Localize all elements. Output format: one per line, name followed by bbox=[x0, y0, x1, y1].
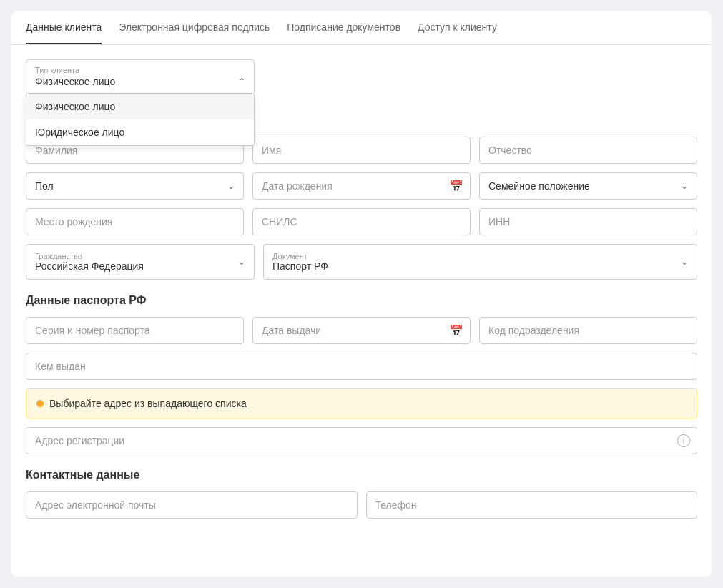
passport-section-title: Данные паспорта РФ bbox=[26, 294, 697, 307]
client-type-row: Тип клиента Физическое лицо ⌃ Физическое… bbox=[26, 59, 697, 94]
passport-row1: 📅 bbox=[26, 317, 697, 344]
tab-digital-signature[interactable]: Электронная цифровая подпись bbox=[119, 11, 270, 44]
gender-label: Пол bbox=[35, 180, 54, 192]
first-name-input[interactable] bbox=[252, 137, 471, 164]
phone-input[interactable] bbox=[366, 491, 698, 519]
passport-series-field bbox=[26, 317, 244, 344]
warning-text: Выбирайте адрес из выпадающего списка bbox=[49, 398, 247, 409]
issued-by-field bbox=[26, 353, 697, 380]
warning-dot-icon bbox=[36, 400, 44, 407]
client-type-menu: Физическое лицо Юридическое лицо bbox=[26, 94, 255, 146]
client-type-selected: Физическое лицо bbox=[35, 76, 115, 87]
citizenship-value: Российская Федерация bbox=[35, 260, 144, 272]
client-type-dropdown-container: Тип клиента Физическое лицо ⌃ Физическое… bbox=[26, 59, 255, 94]
citizenship-field-label: Гражданство bbox=[35, 252, 144, 260]
tabs-bar: Данные клиента Электронная цифровая подп… bbox=[11, 11, 712, 45]
chevron-up-icon: ⌃ bbox=[238, 77, 245, 87]
main-container: Данные клиента Электронная цифровая подп… bbox=[11, 11, 712, 577]
document-field: Документ Паспорт РФ ⌄ bbox=[263, 244, 697, 280]
birth-place-input[interactable] bbox=[26, 208, 244, 235]
dropdown-item-physical[interactable]: Физическое лицо bbox=[26, 94, 254, 119]
tab-sign-documents[interactable]: Подписание документов bbox=[287, 11, 400, 44]
gender-row: Пол ⌄ 📅 Семейное положение ⌄ bbox=[26, 172, 697, 200]
email-input[interactable] bbox=[26, 491, 358, 519]
inn-field bbox=[479, 208, 697, 235]
issued-by-input[interactable] bbox=[26, 353, 697, 380]
registration-address-input[interactable] bbox=[26, 427, 697, 454]
document-select[interactable]: Документ Паспорт РФ ⌄ bbox=[263, 244, 697, 280]
client-type-label: Тип клиента bbox=[35, 66, 245, 74]
birthplace-row bbox=[26, 208, 697, 235]
snils-field bbox=[252, 208, 471, 235]
issue-date-field: 📅 bbox=[252, 317, 471, 344]
birth-place-field bbox=[26, 208, 244, 235]
marital-status-select[interactable]: Семейное положение ⌄ bbox=[479, 172, 697, 200]
dropdown-item-legal[interactable]: Юридическое лицо bbox=[26, 119, 254, 145]
client-type-select[interactable]: Тип клиента Физическое лицо ⌃ bbox=[26, 59, 255, 94]
document-chevron-icon: ⌄ bbox=[681, 257, 688, 267]
middle-name-input[interactable] bbox=[479, 137, 697, 164]
gender-field: Пол ⌄ bbox=[26, 172, 244, 200]
snils-input[interactable] bbox=[252, 208, 471, 235]
document-value: Паспорт РФ bbox=[272, 260, 328, 272]
content-area: Тип клиента Физическое лицо ⌃ Физическое… bbox=[11, 45, 712, 542]
contact-row bbox=[26, 491, 697, 519]
warning-box: Выбирайте адрес из выпадающего списка bbox=[26, 388, 697, 418]
issue-date-input[interactable] bbox=[252, 317, 471, 344]
registration-address-field: i bbox=[26, 427, 697, 454]
issued-by-row bbox=[26, 353, 697, 380]
tab-client-data[interactable]: Данные клиента bbox=[26, 11, 102, 44]
citizenship-field: Гражданство Российская Федерация ⌄ bbox=[26, 244, 255, 280]
marital-chevron-icon: ⌄ bbox=[681, 181, 688, 191]
marital-status-field: Семейное положение ⌄ bbox=[479, 172, 697, 200]
middle-name-field bbox=[479, 137, 697, 164]
marital-status-label: Семейное положение bbox=[488, 180, 590, 192]
email-field bbox=[26, 491, 358, 519]
gender-select[interactable]: Пол ⌄ bbox=[26, 172, 244, 200]
first-name-field bbox=[252, 137, 471, 164]
birth-date-input[interactable] bbox=[252, 172, 471, 200]
tab-client-access[interactable]: Доступ к клиенту bbox=[418, 11, 497, 44]
inn-input[interactable] bbox=[479, 208, 697, 235]
gender-chevron-icon: ⌄ bbox=[227, 181, 235, 191]
client-type-value: Физическое лицо ⌃ bbox=[35, 76, 245, 87]
citizenship-select[interactable]: Гражданство Российская Федерация ⌄ bbox=[26, 244, 255, 280]
registration-address-row: i bbox=[26, 427, 697, 454]
birth-date-field: 📅 bbox=[252, 172, 471, 200]
citizenship-row: Гражданство Российская Федерация ⌄ Докум… bbox=[26, 244, 697, 280]
department-code-input[interactable] bbox=[479, 317, 697, 344]
document-field-label: Документ bbox=[272, 252, 328, 260]
department-code-field bbox=[479, 317, 697, 344]
citizenship-chevron-icon: ⌄ bbox=[238, 257, 245, 267]
passport-series-input[interactable] bbox=[26, 317, 244, 344]
contact-section-title: Контактные данные bbox=[26, 469, 697, 481]
phone-field bbox=[366, 491, 698, 519]
